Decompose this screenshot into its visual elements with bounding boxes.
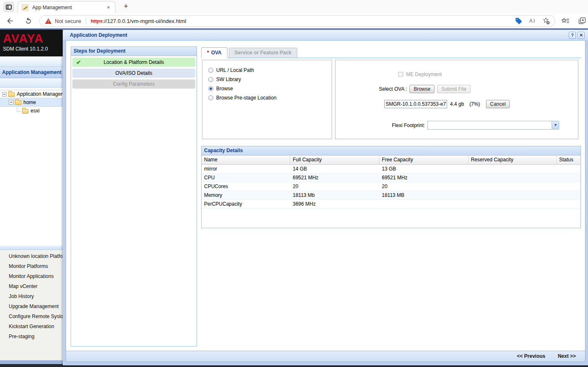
column-header-name[interactable]: Name bbox=[202, 155, 290, 164]
cell-status bbox=[557, 200, 580, 208]
cell-name: PerCPUCapacity bbox=[202, 200, 290, 208]
cell-free-capacity: 13 GB bbox=[379, 165, 468, 173]
next-button[interactable]: Next >> bbox=[558, 351, 576, 362]
step-label: Config Parameters bbox=[113, 81, 155, 87]
browser-tab-strip: App Management × + bbox=[0, 0, 588, 13]
radio-browse[interactable]: Browse bbox=[208, 84, 332, 93]
radio-icon[interactable] bbox=[208, 68, 213, 73]
capacity-table-body: mirror 14 GB 13 GB CPU 69521 MHz 69521 M… bbox=[202, 165, 580, 209]
column-header-full-capacity[interactable]: Full Capacity bbox=[290, 155, 379, 164]
cell-name: Memory bbox=[202, 191, 290, 199]
radio-icon[interactable] bbox=[208, 95, 213, 100]
radio-browse-pre-stage-location[interactable]: Browse Pre-stage Location bbox=[208, 93, 332, 102]
flexi-footprint-combo[interactable]: ▼ bbox=[427, 121, 559, 130]
column-header-reserved-capacity[interactable]: Reserved Capacity bbox=[468, 155, 557, 164]
flexi-footprint-label: Flexi Footprint: bbox=[392, 122, 425, 128]
refresh-icon[interactable] bbox=[24, 17, 33, 25]
tab-close-icon[interactable]: × bbox=[105, 4, 112, 11]
menu-item-unknown-location-platforms[interactable]: Unknown location Platform bbox=[0, 251, 63, 261]
capacity-column-headers: Name Full Capacity Free Capacity Reserve… bbox=[202, 155, 580, 165]
address-bar[interactable]: Not secure https ://127.0.0.1/vm-mgmt-ui… bbox=[39, 15, 555, 27]
step-ova-iso-details[interactable]: OVA/ISO Details bbox=[72, 69, 195, 78]
tree-node-home[interactable]: home bbox=[0, 98, 63, 107]
new-tab-button[interactable]: + bbox=[120, 1, 131, 12]
submit-file-button: Submit File bbox=[437, 85, 470, 93]
chevron-down-icon[interactable]: ▼ bbox=[552, 121, 559, 130]
cancel-upload-button[interactable]: Cancel bbox=[486, 100, 510, 108]
menu-item-kickstart-generation[interactable]: Kickstart Generation bbox=[0, 321, 63, 331]
table-row[interactable]: CPU 69521 MHz 69521 MHz bbox=[202, 173, 580, 182]
cell-status bbox=[557, 165, 580, 173]
tag-icon[interactable] bbox=[515, 17, 522, 25]
browse-button[interactable]: Browse bbox=[409, 85, 435, 93]
tab-label: Service or Feature Pack bbox=[235, 50, 291, 56]
favorites-icon[interactable] bbox=[561, 17, 570, 25]
cell-name: mirror bbox=[202, 165, 290, 173]
folder-icon bbox=[22, 109, 28, 114]
cell-full-capacity: 20 bbox=[290, 182, 379, 191]
menu-item-pre-staging[interactable]: Pre-staging bbox=[0, 331, 63, 342]
tab-title: App Management bbox=[32, 5, 105, 10]
sdm-left-panel: AVAYA SDM Client 10.1.2.0 Application Ma… bbox=[0, 30, 63, 364]
cell-full-capacity: 3696 MHz bbox=[290, 200, 379, 208]
back-icon[interactable] bbox=[6, 17, 14, 25]
ova-source-box: URL / Local Path SW Library Browse Brows… bbox=[202, 60, 332, 139]
menu-item-upgrade-management[interactable]: Upgrade Management bbox=[0, 301, 63, 311]
table-row[interactable]: PerCPUCapacity 3696 MHz bbox=[202, 200, 580, 209]
table-row[interactable]: Memory 18113 Mb 18113 MB bbox=[202, 191, 580, 200]
help-button[interactable]: ? bbox=[569, 32, 576, 39]
radio-icon-selected[interactable] bbox=[208, 86, 213, 91]
menu-item-configure-remote-syslog[interactable]: Configure Remote Syslog bbox=[0, 311, 63, 321]
collapse-icon[interactable] bbox=[2, 92, 7, 97]
menu-item-map-vcenter[interactable]: Map vCenter bbox=[0, 281, 63, 291]
step-config-parameters: Config Parameters bbox=[72, 79, 195, 89]
not-secure-label: Not secure bbox=[55, 18, 81, 24]
menu-item-job-history[interactable]: Job History bbox=[0, 291, 63, 301]
upload-progress-label: (7%) bbox=[469, 101, 480, 107]
table-row[interactable]: mirror 14 GB 13 GB bbox=[202, 165, 580, 173]
radio-url-local-path[interactable]: URL / Local Path bbox=[208, 66, 332, 75]
step-label: OVA/ISO Details bbox=[115, 70, 152, 76]
step-location-platform-details[interactable]: ✔ Location & Platform Details bbox=[72, 58, 195, 67]
browser-tab[interactable]: App Management × bbox=[18, 1, 115, 13]
cell-full-capacity: 69521 MHz bbox=[290, 173, 379, 182]
ova-file-input[interactable] bbox=[384, 100, 447, 108]
radio-label: URL / Local Path bbox=[216, 67, 254, 73]
page-background: AVAYA SDM Client 10.1.2.0 Application Ma… bbox=[0, 28, 588, 367]
select-ova-row: Select OVA : Browse Submit File bbox=[379, 84, 578, 94]
steps-panel: Steps for Deployment ✔ Location & Platfo… bbox=[71, 46, 197, 347]
radio-label: SW Library bbox=[216, 76, 241, 82]
tab-ova[interactable]: *OVA bbox=[201, 47, 228, 58]
tree-connector bbox=[17, 107, 21, 112]
radio-label: Browse bbox=[216, 86, 233, 92]
url-text: ://127.0.0.1/vm-mgmt-ui/index.html bbox=[102, 18, 186, 24]
tree-node-esxi[interactable]: esxi bbox=[0, 107, 63, 115]
table-row[interactable]: CPUCores 20 20 bbox=[202, 182, 580, 191]
flexi-footprint-row: Flexi Footprint: ▼ bbox=[392, 121, 578, 130]
read-aloud-icon[interactable]: A bbox=[529, 17, 536, 25]
step-label: Location & Platform Details bbox=[104, 59, 164, 65]
radio-label: Browse Pre-stage Location bbox=[216, 95, 276, 101]
dialog-footer: << Previous Next >> bbox=[66, 351, 585, 362]
menu-item-monitor-applications[interactable]: Monitor Applications bbox=[0, 271, 63, 281]
column-header-free-capacity[interactable]: Free Capacity bbox=[379, 155, 468, 164]
not-secure-warning-icon bbox=[45, 18, 52, 24]
column-header-status[interactable]: Status bbox=[557, 155, 580, 164]
tab-favicon-icon bbox=[21, 4, 29, 11]
add-favorite-icon[interactable] bbox=[542, 17, 550, 25]
tree-node-label: Application Management bbox=[17, 91, 63, 97]
flexi-footprint-input[interactable] bbox=[427, 121, 552, 130]
cell-free-capacity: 69521 MHz bbox=[379, 173, 468, 182]
radio-icon[interactable] bbox=[208, 77, 213, 82]
menu-item-monitor-platforms[interactable]: Monitor Platforms bbox=[0, 261, 63, 271]
tab-actions-button[interactable] bbox=[3, 2, 14, 12]
radio-sw-library[interactable]: SW Library bbox=[208, 75, 332, 84]
close-button[interactable]: ✕ bbox=[578, 32, 585, 39]
cell-reserved-capacity bbox=[468, 165, 557, 173]
previous-button[interactable]: << Previous bbox=[517, 351, 545, 362]
me-deployment-checkbox bbox=[398, 72, 403, 77]
tree-node-application-management[interactable]: Application Management bbox=[0, 90, 63, 98]
collections-icon[interactable] bbox=[578, 17, 586, 25]
check-icon: ✔ bbox=[76, 58, 81, 67]
collapse-icon[interactable] bbox=[9, 100, 13, 104]
